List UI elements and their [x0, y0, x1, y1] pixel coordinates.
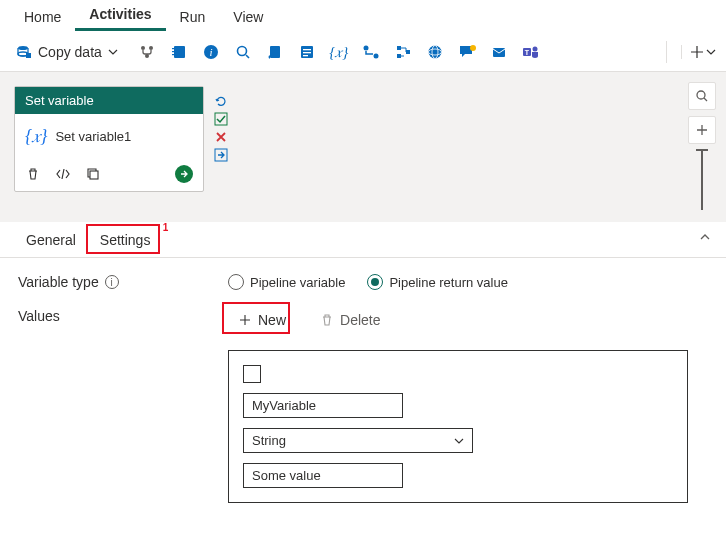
search-icon[interactable]: [234, 43, 252, 61]
svg-rect-17: [303, 55, 308, 56]
toolbar: Copy data i {𝑥} T: [0, 32, 726, 72]
mail-icon[interactable]: [490, 43, 508, 61]
settings-form: Variable type i Pipeline variable Pipeli…: [0, 258, 726, 519]
svg-text:i: i: [209, 46, 212, 58]
delete-activity-icon[interactable]: [25, 166, 41, 182]
port-skip-icon[interactable]: [214, 148, 228, 162]
nav-tab-home[interactable]: Home: [10, 3, 75, 31]
svg-rect-21: [397, 54, 401, 58]
detail-tabs: General Settings 1: [0, 222, 726, 258]
tab-settings[interactable]: Settings 1: [88, 224, 163, 256]
globe-icon[interactable]: [426, 43, 444, 61]
new-value-button[interactable]: New: [228, 308, 296, 332]
run-activity-icon[interactable]: [175, 165, 193, 183]
svg-point-34: [697, 91, 705, 99]
svg-point-18: [363, 46, 368, 51]
variable-type-label: Variable type i: [18, 274, 228, 290]
canvas-search-button[interactable]: [688, 82, 716, 110]
port-fail-icon[interactable]: [214, 130, 228, 144]
value-checkbox[interactable]: [243, 365, 261, 383]
svg-rect-2: [26, 53, 31, 58]
toolbar-divider: [666, 41, 667, 63]
collapse-panel-icon[interactable]: [698, 230, 712, 244]
delete-value-button[interactable]: Delete: [314, 308, 386, 332]
svg-point-12: [237, 47, 246, 56]
variable-value-input[interactable]: Some value: [243, 463, 403, 488]
radio-pipeline-return-value[interactable]: Pipeline return value: [367, 274, 508, 290]
tab-settings-label: Settings: [100, 232, 151, 248]
activity-header: Set variable: [15, 87, 203, 114]
copy-data-label: Copy data: [38, 44, 102, 60]
chevron-down-icon: [108, 47, 118, 57]
port-success-icon[interactable]: [214, 112, 228, 126]
nav-tab-activities[interactable]: Activities: [75, 0, 165, 31]
svg-point-30: [532, 47, 537, 52]
new-value-label: New: [258, 312, 286, 328]
svg-rect-31: [90, 171, 98, 179]
svg-point-3: [141, 46, 145, 50]
svg-point-19: [373, 54, 378, 59]
radio-return-value-label: Pipeline return value: [389, 275, 508, 290]
activity-card[interactable]: Set variable {𝑥} Set variable1: [14, 86, 204, 192]
copy-icon[interactable]: [85, 166, 101, 182]
activity-name: Set variable1: [55, 129, 131, 144]
nav-tab-run[interactable]: Run: [166, 3, 220, 31]
settings-badge: 1: [163, 222, 169, 233]
chevron-down-icon: [454, 436, 464, 446]
info-icon[interactable]: i: [202, 43, 220, 61]
canvas-zoom-slider[interactable]: [701, 150, 703, 210]
svg-point-23: [428, 46, 441, 59]
svg-text:T: T: [525, 49, 530, 56]
variable-type-value: String: [252, 433, 286, 448]
svg-rect-7: [172, 48, 175, 49]
script-icon[interactable]: [266, 43, 284, 61]
svg-rect-16: [303, 52, 311, 53]
teams-icon[interactable]: T: [522, 43, 540, 61]
branch-icon[interactable]: [138, 43, 156, 61]
port-loop-icon[interactable]: [214, 94, 228, 108]
canvas-zoom-in-button[interactable]: [688, 116, 716, 144]
database-icon: [16, 44, 32, 60]
notebook-icon[interactable]: [170, 43, 188, 61]
tab-general[interactable]: General: [14, 224, 88, 256]
nav-tab-view[interactable]: View: [219, 3, 277, 31]
svg-rect-6: [174, 46, 185, 58]
list-icon[interactable]: [298, 43, 316, 61]
variable-icon[interactable]: {𝑥}: [330, 43, 348, 61]
svg-rect-9: [172, 54, 175, 55]
delete-value-label: Delete: [340, 312, 380, 328]
svg-point-4: [149, 46, 153, 50]
value-card: MyVariable String Some value: [228, 350, 688, 503]
code-icon[interactable]: [55, 166, 71, 182]
svg-rect-20: [397, 46, 401, 50]
radio-pipeline-variable[interactable]: Pipeline variable: [228, 274, 345, 290]
svg-rect-13: [270, 46, 280, 58]
align-icon[interactable]: [394, 43, 412, 61]
radio-pipeline-variable-label: Pipeline variable: [250, 275, 345, 290]
variable-x-icon: {𝑥}: [25, 126, 47, 147]
activity-ports: [214, 94, 228, 162]
svg-rect-15: [303, 49, 311, 50]
info-icon[interactable]: i: [105, 275, 119, 289]
svg-rect-22: [406, 50, 410, 54]
add-activity-button[interactable]: [681, 45, 716, 59]
copy-data-button[interactable]: Copy data: [10, 42, 124, 62]
svg-point-0: [18, 46, 28, 50]
svg-rect-8: [172, 51, 175, 52]
variable-name-input[interactable]: MyVariable: [243, 393, 403, 418]
top-nav: Home Activities Run View: [0, 0, 726, 32]
values-label: Values: [18, 308, 228, 324]
dataflow-icon[interactable]: [362, 43, 380, 61]
svg-rect-32: [215, 113, 227, 125]
variable-type-select[interactable]: String: [243, 428, 473, 453]
activity-body: {𝑥} Set variable1: [15, 114, 203, 159]
chat-icon[interactable]: [458, 43, 476, 61]
svg-point-26: [470, 45, 476, 51]
pipeline-canvas[interactable]: Set variable {𝑥} Set variable1: [0, 72, 726, 222]
